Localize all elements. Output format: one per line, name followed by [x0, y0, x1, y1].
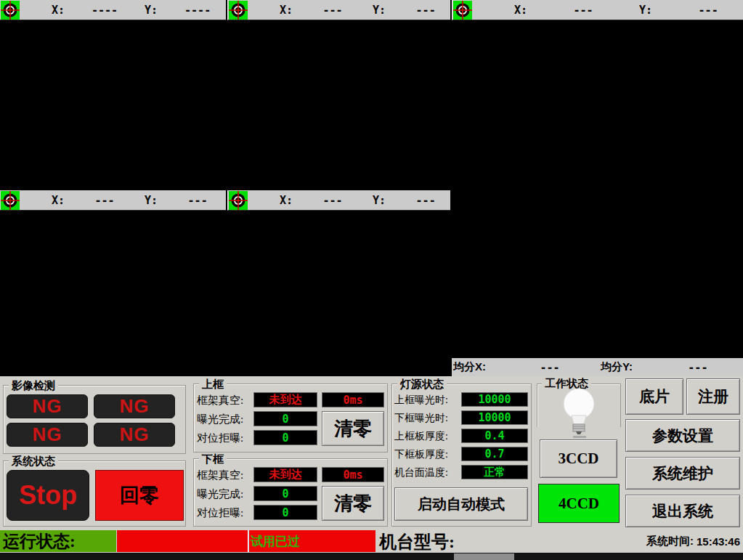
camera-panel-3-header: X: --- Y: ---: [452, 0, 743, 20]
vacuum-label: 框架真空:: [197, 468, 243, 482]
vacuum-status-field: 未到达: [253, 467, 317, 482]
y-coord-value: ---: [405, 4, 447, 17]
camera-view-1: [0, 20, 226, 190]
exit-system-button[interactable]: 退出系统: [625, 495, 740, 527]
system-time-label: 系统时间:: [646, 535, 694, 548]
light-source-title: 灯源状态: [397, 378, 447, 391]
exposure-done-label: 曝光完成:: [197, 413, 243, 426]
trial-status-bar: 试用已过: [249, 530, 375, 552]
exposure-done-field: 0: [253, 486, 317, 501]
work-status-group: 工作状态 3CCD 4CCD: [537, 384, 621, 527]
y-coord-label: Y:: [639, 4, 652, 17]
lower-exposure-time-label: 下框曝光时:: [394, 412, 448, 425]
average-coordinates-row: 均分X: --- 均分Y: ---: [452, 358, 743, 376]
trial-status-text: 试用已过: [251, 533, 300, 550]
vacuum-time-field: 0ms: [322, 392, 384, 407]
x-coord-value: ---: [312, 4, 354, 17]
light-source-group: 灯源状态 上框曝光时: 10000 下框曝光时: 10000 上框板厚度: 0.…: [391, 384, 532, 527]
x-coord-label: X:: [52, 194, 65, 207]
x-coord-label: X:: [514, 4, 527, 17]
crosshair-target-icon: [453, 1, 472, 20]
camera-panel-3: X: --- Y: ---: [452, 0, 743, 358]
table-temperature-label: 机台面温度:: [394, 466, 448, 479]
camera-view-4: [0, 211, 226, 376]
parameter-settings-button[interactable]: 参数设置: [625, 419, 740, 452]
vacuum-time-field: 0ms: [322, 467, 384, 482]
crosshair-target-icon: [1, 1, 20, 20]
stop-button[interactable]: Stop: [7, 470, 89, 521]
bottom-strip-segment: [454, 553, 514, 560]
system-time: 系统时间: 15:43:46: [646, 530, 740, 553]
status-bar: 运行状态: 试用已过 机台型号: 系统时间: 15:43:46: [0, 530, 743, 553]
align-reject-label: 对位拒曝:: [197, 506, 243, 520]
ccd4-mode-button[interactable]: 4CCD: [538, 484, 620, 523]
camera-panel-5: X: --- Y: ---: [227, 190, 450, 376]
upper-frame-title: 上框: [199, 378, 227, 391]
align-reject-field: 0: [253, 505, 317, 520]
camera-panel-5-header: X: --- Y: ---: [227, 190, 450, 211]
y-coord-label: Y:: [373, 4, 386, 17]
detect-result-4[interactable]: NG: [94, 423, 175, 447]
detect-result-2[interactable]: NG: [94, 394, 175, 418]
crosshair-target-icon: [229, 191, 248, 210]
y-coord-label: Y:: [145, 194, 158, 207]
machine-model-label: 机台型号:: [379, 530, 455, 553]
system-time-value: 15:43:46: [697, 535, 740, 548]
exposure-done-label: 曝光完成:: [197, 487, 243, 501]
lower-exposure-time-field: 10000: [461, 410, 528, 425]
y-coord-value: ---: [683, 4, 734, 17]
align-reject-label: 对位拒曝:: [197, 431, 243, 445]
camera-panel-1: X: ---- Y: ----: [0, 0, 226, 190]
y-coord-label: Y:: [145, 4, 158, 17]
x-coord-label: X:: [52, 4, 65, 17]
y-coord-label: Y:: [373, 194, 386, 207]
camera-view-2: [227, 20, 450, 190]
x-coord-label: X:: [280, 4, 293, 17]
run-state-label: 运行状态:: [0, 530, 116, 552]
camera-panel-2-header: X: --- Y: ---: [227, 0, 450, 20]
ccd3-mode-button[interactable]: 3CCD: [540, 439, 617, 478]
upper-exposure-time-field: 10000: [461, 392, 528, 407]
image-detection-title: 影像检测: [9, 379, 58, 393]
y-coord-value: ---: [176, 194, 219, 207]
camera-panel-4-header: X: --- Y: ---: [0, 190, 226, 211]
detect-result-3[interactable]: NG: [7, 423, 88, 447]
film-button[interactable]: 底片: [625, 378, 683, 415]
detect-result-1[interactable]: NG: [7, 394, 88, 418]
camera-panel-4: X: --- Y: ---: [0, 190, 226, 376]
upper-board-thickness-field: 0.4: [461, 429, 528, 443]
average-x-label: 均分X:: [453, 360, 486, 374]
system-status-title: 系统状态: [9, 455, 58, 468]
align-reject-field: 0: [253, 430, 317, 445]
upper-frame-group: 上框 框架真空: 未到达 0ms 曝光完成: 0 对位拒曝: 0 清零: [193, 384, 388, 453]
exposure-done-field: 0: [253, 411, 317, 426]
register-button[interactable]: 注册: [686, 378, 740, 415]
average-y-label: 均分Y:: [601, 360, 633, 374]
camera-panel-1-header: X: ---- Y: ----: [0, 0, 226, 20]
vacuum-label: 框架真空:: [197, 394, 243, 407]
lower-board-thickness-label: 下框板厚度:: [394, 448, 448, 461]
table-temperature-field: 正常: [461, 465, 528, 479]
lower-clear-button[interactable]: 清零: [322, 486, 384, 521]
start-auto-mode-button[interactable]: 启动自动模式: [394, 487, 528, 521]
average-y-value: ---: [676, 361, 720, 374]
y-coord-value: ---: [405, 194, 447, 207]
image-detection-group: 影像检测 NG NG NG NG: [3, 385, 186, 454]
system-maintenance-button[interactable]: 系统维护: [625, 457, 740, 490]
x-coord-value: ---: [312, 194, 354, 207]
system-status-group: 系统状态 Stop 回零: [3, 460, 186, 527]
crosshair-target-icon: [1, 191, 20, 210]
camera-view-3: [452, 20, 743, 358]
lower-board-thickness-field: 0.7: [461, 447, 528, 461]
upper-clear-button[interactable]: 清零: [322, 411, 384, 446]
y-coord-value: ----: [176, 4, 219, 17]
x-coord-value: ---: [84, 194, 126, 207]
bottom-strip: [0, 553, 743, 560]
x-coord-value: ----: [84, 4, 126, 17]
lower-frame-group: 下框 框架真空: 未到达 0ms 曝光完成: 0 对位拒曝: 0 清零: [193, 458, 388, 527]
upper-board-thickness-label: 上框板厚度:: [394, 430, 448, 443]
home-zero-button[interactable]: 回零: [95, 470, 184, 521]
main-window: X: ---- Y: ---- X: --- Y: --- X: --- Y:: [0, 0, 743, 560]
camera-panel-2: X: --- Y: ---: [227, 0, 450, 190]
run-state-value-bar: [117, 530, 248, 552]
